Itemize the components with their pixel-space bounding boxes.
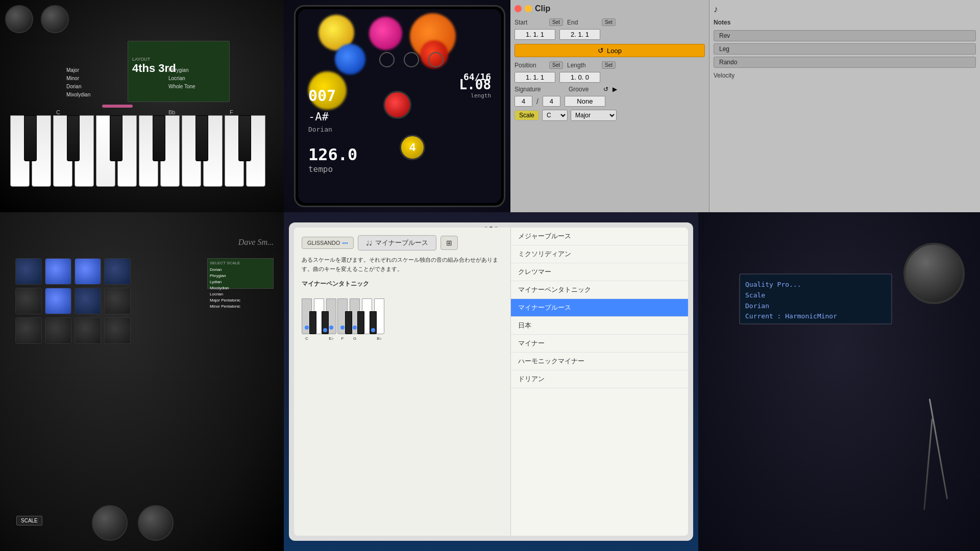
end-set-btn[interactable]: Set — [602, 18, 616, 26]
lcd-screen: Quality Pro... Scale Dorian Current : Ha… — [739, 273, 892, 324]
tablet-inner: GLISSANDO ••• ♩♩ マイナーブルース ⊞ あるスケールを選びます。… — [294, 228, 688, 536]
position-label: Position — [514, 62, 545, 69]
scale-major-blues[interactable]: メジャーブルース — [511, 228, 688, 245]
start-value[interactable]: 1. 1. 1 — [514, 29, 555, 40]
piano-key-bb[interactable] — [370, 311, 377, 334]
scale-item-3[interactable]: Lydian — [210, 279, 271, 285]
pad-10[interactable] — [45, 317, 71, 344]
piano-key-eb[interactable] — [322, 311, 329, 334]
rev-button[interactable]: Rev — [714, 30, 976, 41]
tablet-frame: 007 -A# Dorian L.08 length 64/16 4 126.0… — [294, 5, 505, 207]
main-knob[interactable] — [903, 243, 965, 304]
pad-4[interactable] — [104, 258, 131, 285]
note-c: C — [56, 109, 60, 115]
circle-empty-3 — [428, 52, 444, 67]
pad-6[interactable] — [45, 288, 71, 314]
note-dot-eb — [323, 328, 327, 332]
note-name: -A# — [308, 110, 329, 123]
pos-len-values: 1. 1. 1 1. 0. 0 — [514, 72, 705, 83]
knob-top-right[interactable] — [41, 5, 69, 33]
scale-klezmer[interactable]: クレツマー — [511, 263, 688, 281]
signature: 64/16 — [463, 71, 491, 82]
knob-bottom-left[interactable] — [92, 505, 128, 541]
scale-name-button[interactable]: ♩♩ マイナーブルース — [358, 235, 436, 251]
cell-hardware-display: Quality Pro... Scale Dorian Current : Ha… — [698, 212, 980, 551]
key-black-3[interactable] — [110, 115, 122, 161]
pad-3[interactable] — [75, 258, 101, 285]
glissando-button[interactable]: GLISSANDO ••• — [302, 237, 354, 249]
loop-icon: ↺ — [598, 46, 604, 55]
circle-empty-2 — [404, 52, 419, 67]
pad-5[interactable] — [15, 288, 42, 314]
end-value[interactable]: 2. 1. 1 — [559, 29, 600, 40]
key-black-6[interactable] — [238, 115, 251, 161]
groove-value[interactable]: None — [565, 96, 605, 107]
scale-minor-penta[interactable]: マイナーペンタトニック — [511, 281, 688, 299]
pad-9[interactable] — [15, 317, 42, 344]
piano-key-ab[interactable] — [357, 311, 364, 334]
scale-harmonic-minor[interactable]: ハーモニックマイナー — [511, 353, 688, 370]
scale-item-1[interactable]: Dorian — [210, 267, 271, 273]
pad-2[interactable] — [45, 258, 71, 285]
key-black-2[interactable] — [67, 115, 80, 161]
scale-item-4[interactable]: Mixolydian — [210, 285, 271, 291]
scale-japan[interactable]: 日本 — [511, 317, 688, 335]
close-dot[interactable] — [514, 5, 522, 12]
scale-item-6[interactable]: Major Pentatonic — [210, 297, 271, 304]
groove-refresh-icon[interactable]: ↺ — [603, 86, 608, 93]
start-set-btn[interactable]: Set — [549, 18, 563, 26]
orb-blue — [335, 44, 365, 74]
orb-pink — [369, 17, 402, 50]
tablet-outer: GLISSANDO ••• ♩♩ マイナーブルース ⊞ あるスケールを選びます。… — [289, 222, 693, 541]
pos-set-btn[interactable]: Set — [549, 61, 563, 69]
scale-list-right: メジャーブルース ミクソリディアン クレツマー マイナーペンタトニック マイナー… — [511, 228, 688, 388]
glissando-label: GLISSANDO — [307, 240, 340, 246]
groove-next-icon[interactable]: ▶ — [612, 86, 617, 93]
scale-btn-label[interactable]: SCALE — [16, 516, 42, 525]
position-value[interactable]: 1. 1. 1 — [514, 72, 555, 83]
scale-wholetone: Whole Tone — [168, 83, 195, 91]
piano-key-fs[interactable] — [345, 311, 352, 334]
length-sub: length — [471, 92, 491, 99]
pad-12[interactable] — [104, 317, 131, 344]
clip-title: Clip — [535, 4, 550, 13]
pad-7[interactable] — [75, 288, 101, 314]
loop-button[interactable]: ↺ Loop — [514, 44, 705, 57]
piano-key-db[interactable] — [309, 311, 316, 334]
length-value[interactable]: 1. 0. 0 — [559, 72, 600, 83]
scale-item-7[interactable]: Minor Pentatonic — [210, 304, 271, 310]
rand-button[interactable]: Rando — [714, 57, 976, 68]
beat-number-button[interactable]: 4 — [400, 135, 425, 160]
pad-11[interactable] — [75, 317, 101, 344]
key-black-1[interactable] — [24, 115, 37, 161]
pad-8[interactable] — [104, 288, 131, 314]
scale-item-5[interactable]: Locrian — [210, 291, 271, 297]
grid-button[interactable]: ⊞ — [440, 236, 458, 250]
scale-key-select[interactable]: CC#D — [542, 110, 568, 121]
minimize-dot[interactable] — [525, 5, 532, 12]
knob-top-left[interactable] — [5, 5, 33, 33]
key-black-4[interactable] — [153, 115, 165, 161]
piano-visualization: C E♭ — [302, 293, 503, 344]
len-set-btn[interactable]: Set — [602, 61, 616, 69]
velocity-label: Velocity — [714, 72, 976, 79]
knob-bottom-right[interactable] — [138, 505, 174, 541]
scale-dorian[interactable]: ドリアン — [511, 370, 688, 388]
signature-den-value[interactable]: 4 — [543, 96, 560, 107]
signature-value[interactable]: 4 — [514, 96, 532, 107]
scale-item-2[interactable]: Phrygian — [210, 273, 271, 279]
scale-minor-blues[interactable]: マイナーブルース — [511, 299, 688, 317]
pink-highlight — [102, 105, 133, 108]
description-text: あるスケールを選びます。それぞれのスケール独自の音の組み合わせがあります。曲のキ… — [302, 256, 503, 273]
cell-controller-keyboard: LAYOUT 4ths 3rd Major Minor Dorian Mixol… — [0, 0, 284, 212]
scale-mode-select[interactable]: MajorMinorDorian — [571, 110, 617, 121]
end-label: End — [567, 19, 598, 26]
key-black-5[interactable] — [195, 115, 208, 161]
leg-button[interactable]: Leg — [714, 43, 976, 55]
pad-1[interactable] — [15, 258, 42, 285]
start-end-row: Start Set End Set — [514, 18, 705, 26]
record-button[interactable] — [383, 91, 411, 119]
scale-mixolydian[interactable]: ミクソリディアン — [511, 245, 688, 263]
tempo-label: tempo — [308, 164, 333, 174]
scale-minor[interactable]: マイナー — [511, 335, 688, 353]
